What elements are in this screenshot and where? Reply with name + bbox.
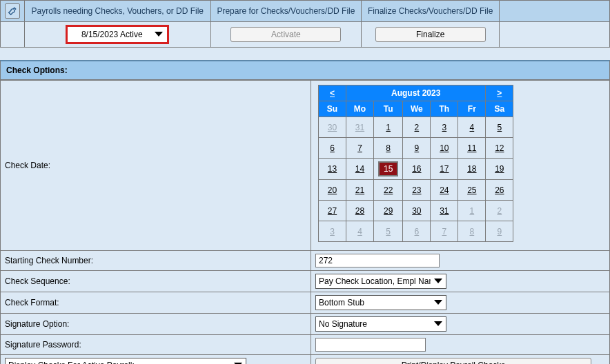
check-date-label: Check Date: — [1, 81, 311, 251]
calendar-day[interactable]: 10 — [431, 138, 458, 159]
calendar-day[interactable]: 5 — [374, 221, 403, 242]
calendar-day[interactable]: 9 — [486, 221, 513, 242]
header-col-prepare: Prepare for Checks/Vouchers/DD File — [210, 1, 362, 22]
calendar-day[interactable]: 21 — [346, 180, 374, 201]
calendar-day[interactable]: 1 — [458, 201, 486, 221]
actions-blank-left — [1, 22, 25, 48]
check-format-label: Check Format: — [1, 292, 311, 314]
print-display-payroll-checks-button[interactable]: Print/Display Payroll Checks — [315, 358, 591, 364]
calendar-day[interactable]: 12 — [486, 138, 513, 159]
calendar-dow: Tu — [374, 101, 403, 117]
calendar-day[interactable]: 2 — [486, 201, 513, 221]
activate-button: Activate — [230, 27, 341, 42]
calendar-day[interactable]: 14 — [346, 159, 374, 180]
calendar-day[interactable]: 20 — [319, 180, 346, 201]
calendar-day[interactable]: 23 — [403, 180, 431, 201]
calendar-day[interactable]: 26 — [486, 180, 513, 201]
calendar-day[interactable]: 7 — [346, 138, 374, 159]
calendar-next[interactable]: > — [486, 85, 513, 101]
display-checks-select[interactable]: Display Checks For Active Payroll: — [5, 358, 246, 364]
calendar-day[interactable]: 6 — [403, 221, 431, 242]
calendar-day[interactable]: 31 — [431, 201, 458, 221]
calendar-day[interactable]: 2 — [403, 117, 431, 138]
calendar-day[interactable]: 25 — [458, 180, 486, 201]
calendar-day[interactable]: 30 — [403, 201, 431, 221]
starting-check-number-input[interactable] — [315, 254, 440, 267]
calendar-day[interactable]: 22 — [374, 180, 403, 201]
calendar-day[interactable]: 16 — [403, 159, 431, 180]
payroll-select[interactable]: 8/15/2023 Active — [69, 28, 166, 41]
actions-blank-right — [500, 22, 610, 48]
signature-option-label: Signature Option: — [1, 314, 311, 335]
calendar-day[interactable]: 31 — [346, 117, 374, 138]
calendar-day[interactable]: 17 — [431, 159, 458, 180]
calendar-day[interactable]: 29 — [374, 201, 403, 221]
calendar-dow: Mo — [346, 101, 374, 117]
signature-password-label: Signature Password: — [1, 335, 311, 355]
header-col-finalize: Finalize Checks/Vouchers/DD File — [362, 1, 500, 22]
check-options-header: Check Options: — [0, 60, 610, 80]
payroll-select-highlight: 8/15/2023 Active — [66, 25, 169, 44]
calendar-prev[interactable]: < — [319, 85, 346, 101]
wrench-icon[interactable] — [5, 3, 20, 19]
calendar-dow: Th — [431, 101, 458, 117]
calendar-day[interactable]: 3 — [319, 221, 346, 242]
calendar-day[interactable]: 18 — [458, 159, 486, 180]
calendar-day[interactable]: 9 — [403, 138, 431, 159]
calendar-day[interactable]: 4 — [346, 221, 374, 242]
starting-check-number-label: Starting Check Number: — [1, 251, 311, 271]
header-col-payrolls: Payrolls needing Checks, Vouchers, or DD… — [25, 1, 211, 22]
calendar-day[interactable]: 3 — [431, 117, 458, 138]
calendar-day[interactable]: 19 — [486, 159, 513, 180]
calendar-day[interactable]: 6 — [319, 138, 346, 159]
calendar-day[interactable]: 5 — [486, 117, 513, 138]
calendar-dow: We — [403, 101, 431, 117]
signature-option-select[interactable]: No Signature — [315, 316, 446, 332]
check-sequence-label: Check Sequence: — [1, 271, 311, 292]
signature-password-input[interactable] — [315, 338, 426, 352]
check-format-select[interactable]: Bottom Stub — [315, 295, 446, 310]
calendar-day[interactable]: 28 — [346, 201, 374, 221]
calendar-day[interactable]: 4 — [458, 117, 486, 138]
calendar-dow: Fr — [458, 101, 486, 117]
calendar-day[interactable]: 27 — [319, 201, 346, 221]
header-col-blank — [500, 1, 610, 22]
calendar-day[interactable]: 1 — [374, 117, 403, 138]
calendar: <August 2023>SuMoTuWeThFrSa3031123456789… — [315, 83, 605, 247]
calendar-day[interactable]: 30 — [319, 117, 346, 138]
calendar-day[interactable]: 7 — [431, 221, 458, 242]
calendar-day[interactable]: 8 — [374, 138, 403, 159]
finalize-button[interactable]: Finalize — [375, 27, 486, 42]
check-sequence-select[interactable]: Pay Check Location, Empl Name — [315, 274, 446, 289]
calendar-day[interactable]: 24 — [431, 180, 458, 201]
calendar-day[interactable]: 11 — [458, 138, 486, 159]
calendar-day[interactable]: 8 — [458, 221, 486, 242]
wrench-cell — [1, 1, 25, 22]
calendar-title: August 2023 — [346, 85, 486, 101]
calendar-day[interactable]: 15 — [374, 159, 403, 180]
calendar-dow: Sa — [486, 101, 513, 117]
calendar-dow: Su — [319, 101, 346, 117]
calendar-day[interactable]: 13 — [319, 159, 346, 180]
